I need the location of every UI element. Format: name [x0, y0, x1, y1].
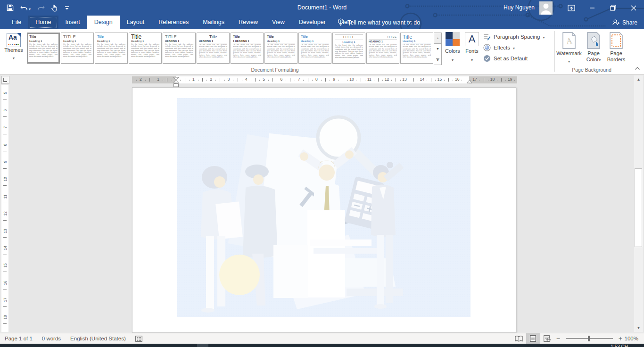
style-set-plain[interactable]: TitleHeading 1On the Insert tab, the gal…	[264, 33, 297, 64]
tax-illustration-image[interactable]: TAX	[177, 98, 471, 317]
left-indent-marker[interactable]	[173, 83, 179, 87]
paragraph-spacing-dropdown-icon	[543, 34, 545, 40]
touch-mouse-mode-button[interactable]	[51, 4, 58, 12]
taskbar-app-icon[interactable]	[197, 344, 208, 347]
macro-recording-button[interactable]	[131, 333, 147, 344]
zoom-slider-track[interactable]	[566, 338, 613, 339]
style-set-lines[interactable]: TITLEHeading 1On the Insert tab, the gal…	[332, 33, 365, 64]
page-color-button[interactable]: Page Color	[583, 32, 604, 63]
collapse-ribbon-button[interactable]	[635, 64, 640, 72]
scrollbar-thumb[interactable]	[635, 168, 642, 247]
vertical-scrollbar[interactable]: ▲ ▼	[634, 75, 643, 332]
gallery-scroll-down-button[interactable]: ▼	[434, 43, 442, 55]
zoom-level[interactable]: 100%	[624, 336, 644, 341]
style-set-capscaps[interactable]: TITLEHEADING 1On the Insert tab, the gal…	[163, 33, 196, 64]
web-layout-button[interactable]	[540, 333, 554, 344]
colors-button[interactable]: Colors	[445, 32, 460, 63]
watermark-label: Watermark	[556, 50, 581, 57]
document-page[interactable]: TAX	[132, 87, 516, 333]
scroll-down-arrow[interactable]: ▼	[634, 324, 643, 332]
paragraph-spacing-button[interactable]: Paragraph Spacing	[483, 33, 545, 41]
tab-file[interactable]: File	[5, 16, 28, 29]
h-ruler-dot	[330, 80, 330, 81]
user-name[interactable]: Huy Nguyen	[504, 0, 535, 16]
share-button[interactable]: Share	[612, 16, 637, 29]
h-ruler-dot	[163, 80, 163, 81]
themes-button[interactable]: Aa Themes	[2, 31, 25, 71]
h-ruler-tick	[448, 78, 449, 82]
zoom-out-button[interactable]: −	[554, 333, 562, 344]
word-count[interactable]: 0 words	[37, 333, 66, 344]
h-ruler-dot	[277, 80, 277, 81]
watermark-button[interactable]: A Watermark	[558, 32, 580, 65]
v-ruler-tick	[3, 168, 7, 169]
effects-button[interactable]: Effects	[483, 44, 545, 51]
tab-view[interactable]: View	[265, 16, 292, 29]
minimize-button[interactable]	[582, 0, 603, 16]
style-set-big[interactable]: TitleHeading 1On the Insert tab, the gal…	[129, 33, 162, 64]
ribbon-group-separator	[554, 31, 555, 72]
style-set-bluebig[interactable]: TitleHeading 1On the Insert tab, the gal…	[400, 33, 433, 64]
fonts-button[interactable]: A Fonts	[465, 32, 479, 63]
restore-button[interactable]	[603, 0, 623, 16]
page-color-dropdown-icon	[599, 57, 601, 63]
tab-developer[interactable]: Developer	[292, 16, 333, 29]
page-borders-button[interactable]: Page Borders	[605, 32, 627, 63]
tab-mailings[interactable]: Mailings	[196, 16, 231, 29]
gallery-more-button[interactable]: ▼	[434, 54, 442, 65]
word-application-window: Document1 - Word Huy Nguyen FileHomeInse…	[0, 0, 644, 347]
ribbon-display-options-button[interactable]	[561, 0, 582, 16]
h-ruler-number: 19	[508, 77, 512, 82]
style-set-numbered[interactable]: Title1 HEADING 1On the Insert tab, the g…	[231, 33, 264, 64]
effects-label: Effects	[494, 45, 510, 50]
tab-stop-selector[interactable]	[1, 76, 9, 84]
h-ruler-number: 2	[210, 77, 212, 82]
status-bar-right: − + 100%	[512, 333, 644, 344]
style-set-centerline[interactable]: TitleHEADING 1On the Insert tab, the gal…	[197, 33, 230, 64]
style-set-default[interactable]: TitleHeading 1On the Insert tab, the gal…	[27, 33, 60, 64]
scroll-up-arrow[interactable]: ▲	[634, 75, 643, 83]
save-button[interactable]	[7, 4, 14, 11]
svg-text:A: A	[566, 36, 573, 46]
style-set-caps[interactable]: TITLEHeading 1On the Insert tab, the gal…	[61, 33, 94, 64]
print-layout-button[interactable]	[526, 333, 540, 344]
tab-references[interactable]: References	[151, 16, 196, 29]
style-set-blue2[interactable]: TitleHeading 1On the Insert tab, the gal…	[298, 33, 331, 64]
tab-design[interactable]: Design	[87, 16, 120, 29]
v-ruler-tick	[3, 237, 7, 238]
tab-insert[interactable]: Insert	[58, 16, 87, 29]
read-mode-icon	[515, 336, 523, 342]
gallery-scroll-up-button[interactable]: ▲	[434, 33, 442, 44]
user-avatar[interactable]	[539, 1, 553, 15]
print-layout-icon	[530, 335, 536, 342]
customize-quick-access-toolbar-button[interactable]	[65, 6, 69, 10]
h-ruler-tick	[149, 78, 150, 82]
page-indicator[interactable]: Page 1 of 1	[0, 333, 37, 344]
h-ruler-tick	[202, 78, 203, 82]
tell-me-box[interactable]: Tell me what you want to do	[338, 16, 420, 29]
hanging-indent-marker[interactable]	[173, 80, 179, 83]
language-indicator[interactable]: English (United States)	[66, 333, 131, 344]
style-set-rightcaps[interactable]: TITLEHEADING 1On the Insert tab, the gal…	[366, 33, 399, 64]
set-as-default-button[interactable]: Set as Default	[483, 55, 545, 62]
style-set-blue[interactable]: TitleHeading 1On the Insert tab, the gal…	[95, 33, 128, 64]
read-mode-button[interactable]	[512, 333, 526, 344]
right-indent-marker[interactable]	[466, 80, 472, 83]
h-ruler-dot	[400, 80, 401, 81]
v-ruler-number: 14	[3, 245, 8, 251]
tab-layout[interactable]: Layout	[120, 16, 152, 29]
zoom-in-button[interactable]: +	[617, 333, 624, 344]
h-ruler-dot	[189, 80, 190, 81]
fonts-label: Fonts	[465, 48, 479, 54]
undo-dropdown-icon[interactable]	[29, 4, 31, 12]
h-ruler-dot	[268, 80, 269, 81]
h-ruler-number: 2	[140, 77, 142, 82]
tab-review[interactable]: Review	[231, 16, 265, 29]
zoom-slider-thumb[interactable]	[588, 336, 590, 341]
v-ruler-tick	[3, 272, 7, 272]
undo-button[interactable]	[20, 4, 31, 12]
tab-home[interactable]: Home	[28, 16, 58, 29]
redo-button[interactable]	[37, 5, 45, 11]
h-ruler-tick	[431, 78, 431, 82]
close-button[interactable]	[623, 0, 644, 16]
